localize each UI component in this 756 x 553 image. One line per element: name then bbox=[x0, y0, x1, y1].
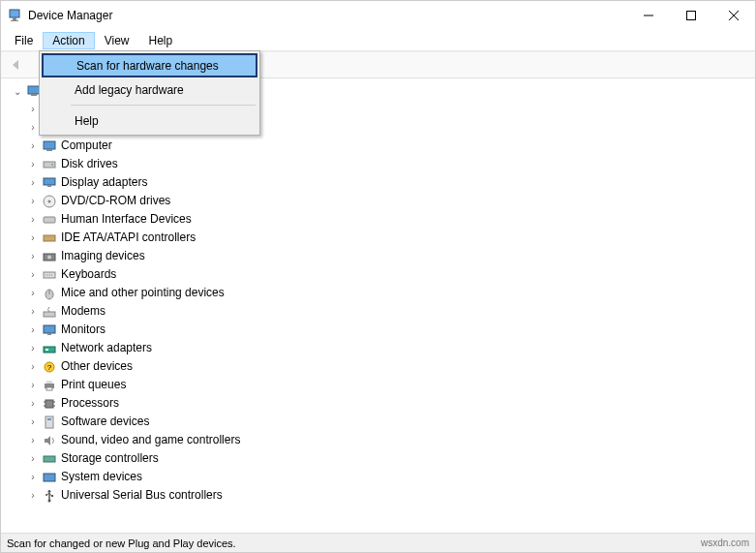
svg-rect-14 bbox=[46, 149, 52, 151]
display-adapter-icon bbox=[42, 175, 57, 191]
tree-label: System devices bbox=[61, 469, 142, 485]
chevron-right-icon[interactable]: › bbox=[28, 138, 38, 154]
tree-label: Mice and other pointing devices bbox=[61, 285, 225, 301]
svg-rect-31 bbox=[47, 333, 51, 335]
chevron-right-icon[interactable]: › bbox=[28, 358, 38, 375]
svg-rect-44 bbox=[45, 416, 53, 428]
svg-rect-47 bbox=[44, 474, 55, 481]
chevron-right-icon[interactable]: › bbox=[28, 211, 38, 228]
chevron-right-icon[interactable]: › bbox=[28, 414, 38, 430]
svg-rect-29 bbox=[44, 312, 55, 317]
menuitem-help[interactable]: Help bbox=[42, 108, 257, 133]
tree-node-storage[interactable]: › Storage controllers bbox=[28, 449, 749, 468]
tree-node-ide[interactable]: › IDE ATA/ATAPI controllers bbox=[28, 229, 749, 247]
chevron-right-icon[interactable]: › bbox=[28, 303, 38, 320]
maximize-button[interactable] bbox=[670, 2, 712, 29]
tree-node-display-adapters[interactable]: › Display adapters bbox=[28, 173, 749, 192]
svg-rect-0 bbox=[10, 10, 19, 17]
usb-icon bbox=[42, 488, 57, 504]
svg-rect-17 bbox=[44, 178, 55, 185]
chevron-right-icon[interactable]: › bbox=[28, 395, 38, 412]
menuitem-scan-hardware[interactable]: Scan for hardware changes bbox=[42, 53, 257, 77]
tree-label: Human Interface Devices bbox=[61, 211, 192, 228]
network-icon bbox=[42, 341, 57, 356]
storage-icon bbox=[42, 451, 57, 467]
tree-node-disk-drives[interactable]: › Disk drives bbox=[28, 155, 749, 173]
menu-help[interactable]: Help bbox=[139, 32, 183, 49]
minimize-button[interactable] bbox=[627, 2, 670, 29]
action-dropdown-menu: Scan for hardware changes Add legacy har… bbox=[39, 50, 260, 136]
chevron-right-icon[interactable]: › bbox=[28, 285, 38, 301]
tree-node-network[interactable]: › Network adapters bbox=[28, 339, 749, 357]
tree-node-sound[interactable]: › Sound, video and game controllers bbox=[28, 431, 749, 449]
chevron-right-icon[interactable]: › bbox=[28, 248, 38, 264]
tree-node-print-queues[interactable]: › Print queues bbox=[28, 376, 749, 394]
menuitem-add-legacy[interactable]: Add legacy hardware bbox=[42, 77, 257, 102]
tree-node-dvd[interactable]: › DVD/CD-ROM drives bbox=[28, 192, 749, 210]
chevron-right-icon[interactable]: › bbox=[28, 487, 38, 504]
tree-label: Storage controllers bbox=[61, 450, 159, 467]
back-button[interactable] bbox=[5, 53, 28, 77]
disc-icon bbox=[42, 194, 57, 209]
tree-node-hid[interactable]: › Human Interface Devices bbox=[28, 210, 749, 229]
tree-node-software-devices[interactable]: › Software devices bbox=[28, 413, 749, 431]
tree-label: IDE ATA/ATAPI controllers bbox=[61, 230, 196, 246]
expander-icon[interactable]: ⌄ bbox=[13, 86, 22, 97]
cpu-icon bbox=[42, 396, 57, 412]
tree-label: Other devices bbox=[61, 358, 133, 375]
chevron-right-icon[interactable]: › bbox=[28, 432, 38, 448]
svg-point-24 bbox=[47, 255, 51, 259]
tree-node-other[interactable]: › ? Other devices bbox=[28, 357, 749, 376]
svg-point-48 bbox=[48, 499, 51, 502]
chevron-right-icon[interactable]: › bbox=[28, 174, 38, 191]
controller-icon bbox=[42, 230, 57, 246]
tree-node-computer[interactable]: › Computer bbox=[28, 137, 749, 155]
chevron-right-icon[interactable]: › bbox=[28, 266, 38, 283]
modem-icon bbox=[42, 304, 57, 320]
device-tree[interactable]: ⌄ › Batteries › Bluetooth › Computer › D… bbox=[1, 79, 755, 532]
chevron-right-icon[interactable]: › bbox=[28, 450, 38, 467]
chevron-right-icon[interactable]: › bbox=[28, 193, 38, 209]
chevron-right-icon[interactable]: › bbox=[28, 156, 38, 172]
chevron-right-icon[interactable]: › bbox=[28, 101, 38, 117]
menu-bar: File Action View Help bbox=[1, 30, 755, 51]
close-button[interactable] bbox=[712, 2, 755, 29]
tree-node-system[interactable]: › System devices bbox=[28, 468, 749, 486]
menu-view[interactable]: View bbox=[95, 32, 139, 49]
svg-rect-15 bbox=[44, 162, 55, 168]
menuitem-label: Help bbox=[75, 114, 99, 128]
tree-label: Network adapters bbox=[61, 340, 152, 356]
tree-label: Modems bbox=[61, 303, 106, 320]
svg-rect-39 bbox=[45, 400, 53, 408]
disk-icon bbox=[42, 157, 57, 172]
system-icon bbox=[42, 470, 57, 485]
tree-node-processors[interactable]: › Processors bbox=[28, 394, 749, 413]
chevron-right-icon[interactable]: › bbox=[28, 340, 38, 356]
svg-rect-21 bbox=[44, 217, 55, 223]
chevron-right-icon[interactable]: › bbox=[28, 230, 38, 246]
tree-node-monitors[interactable]: › Monitors bbox=[28, 321, 749, 339]
printer-icon bbox=[42, 378, 57, 393]
tree-label: Universal Serial Bus controllers bbox=[61, 487, 223, 504]
chevron-right-icon[interactable]: › bbox=[28, 377, 38, 393]
tree-node-usb[interactable]: › Universal Serial Bus controllers bbox=[28, 486, 749, 505]
monitor-icon bbox=[42, 323, 57, 338]
tree-node-modems[interactable]: › Modems bbox=[28, 302, 749, 321]
svg-point-49 bbox=[45, 494, 47, 496]
svg-rect-18 bbox=[47, 185, 51, 187]
status-text: Scan for changed or new Plug and Play de… bbox=[7, 538, 236, 549]
svg-rect-30 bbox=[44, 325, 55, 333]
tree-node-mice[interactable]: › Mice and other pointing devices bbox=[28, 284, 749, 302]
tree-node-imaging[interactable]: › Imaging devices bbox=[28, 247, 749, 265]
tree-node-keyboards[interactable]: › Keyboards bbox=[28, 265, 749, 284]
chevron-right-icon[interactable]: › bbox=[28, 469, 38, 485]
chevron-right-icon[interactable]: › bbox=[28, 322, 38, 338]
monitor-icon bbox=[42, 138, 57, 154]
tree-label: Computer bbox=[61, 138, 112, 154]
menu-file[interactable]: File bbox=[5, 32, 43, 49]
chevron-right-icon[interactable]: › bbox=[28, 119, 38, 136]
other-device-icon: ? bbox=[42, 359, 57, 375]
watermark: wsxdn.com bbox=[701, 538, 749, 548]
svg-rect-1 bbox=[13, 17, 16, 20]
menu-action[interactable]: Action bbox=[43, 32, 94, 49]
